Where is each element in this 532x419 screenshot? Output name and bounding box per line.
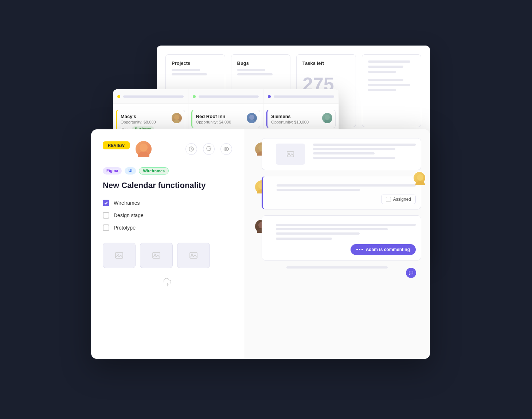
tag-figma[interactable]: Figma [103, 167, 122, 175]
svg-point-11 [226, 148, 227, 150]
siemens-avatar [322, 113, 332, 123]
comment-2: Assigned [262, 176, 421, 210]
svg-rect-21 [287, 152, 294, 157]
upload-icon[interactable] [103, 277, 232, 287]
task-title: New Calendar functionality [103, 180, 232, 191]
comment-1 [262, 138, 421, 170]
chat-area [253, 269, 421, 283]
task-detail-right: Assigned [244, 129, 430, 359]
eye-button[interactable] [220, 143, 232, 155]
col-dot-3 [268, 95, 271, 98]
comment-card-3: Adam is commenting [262, 215, 421, 261]
checklist-label-wireframes: Wireframes [114, 200, 140, 206]
col-header-line-2 [199, 95, 259, 98]
col-dot-1 [117, 95, 120, 98]
tag-wireframes[interactable]: Wireframes [139, 167, 169, 175]
checkbox-design[interactable] [103, 212, 109, 219]
tags-row: Figma UI Wireframes [103, 167, 232, 175]
chat-bubble-icon[interactable] [406, 268, 416, 278]
extra-card [362, 54, 422, 127]
refresh-button[interactable] [203, 143, 215, 155]
svg-rect-14 [153, 252, 160, 258]
checklist: Wireframes Design stage Prototype [103, 200, 232, 231]
checkbox-wireframes[interactable] [103, 200, 109, 206]
svg-point-4 [249, 115, 254, 120]
thumb-1 [103, 243, 136, 268]
svg-point-25 [417, 174, 423, 181]
checklist-label-prototype: Prototype [114, 225, 136, 231]
commenting-bubble: Adam is commenting [351, 244, 416, 255]
task-detail-panel: REVIEW [91, 129, 430, 359]
assigned-checkbox[interactable] [386, 197, 391, 202]
comment-3: Adam is commenting [262, 215, 421, 261]
assigned-label: Assigned [393, 197, 411, 202]
svg-rect-12 [116, 252, 123, 258]
user-avatar [136, 141, 152, 157]
comment-card-2: Assigned [262, 176, 421, 210]
dots-icon [356, 249, 363, 250]
checklist-label-design: Design stage [114, 212, 144, 218]
thumb-2 [140, 243, 173, 268]
svg-point-2 [174, 115, 179, 120]
checklist-item-1: Wireframes [103, 200, 232, 206]
review-badge: REVIEW [103, 141, 130, 149]
thumb-3 [177, 243, 210, 268]
projects-title: Projects [172, 60, 219, 66]
svg-point-26 [415, 181, 425, 185]
crm-card-siemens: Siemens Opportunity: $10,000 [266, 110, 336, 128]
tag-ui[interactable]: UI [125, 167, 136, 175]
crm-card-redroof: Red Roof Inn Opportunity: $4,000 [191, 110, 261, 128]
highlight-avatar [413, 171, 426, 184]
task-header: REVIEW [103, 141, 232, 157]
task-detail-left: REVIEW [91, 129, 244, 359]
bugs-title: Bugs [237, 60, 285, 66]
col-dot-2 [193, 95, 196, 98]
svg-point-8 [140, 144, 148, 152]
checklist-item-3: Prototype [103, 224, 232, 231]
tasks-title: Tasks left [302, 60, 350, 66]
svg-rect-16 [190, 252, 197, 258]
commenting-text: Adam is commenting [366, 247, 410, 252]
image-thumbnails [103, 243, 232, 268]
col-header-line-3 [274, 95, 334, 98]
svg-point-9 [138, 152, 149, 157]
svg-point-6 [325, 115, 330, 120]
assigned-badge[interactable]: Assigned [381, 195, 416, 204]
comment-card-1 [262, 138, 421, 170]
checklist-item-2: Design stage [103, 212, 232, 219]
checkbox-prototype[interactable] [103, 224, 109, 231]
col-header-line-1 [123, 95, 184, 98]
macys-avatar [172, 113, 182, 123]
header-icons [185, 143, 232, 155]
comment-image-placeholder [276, 144, 305, 165]
clock-button[interactable] [185, 143, 197, 155]
